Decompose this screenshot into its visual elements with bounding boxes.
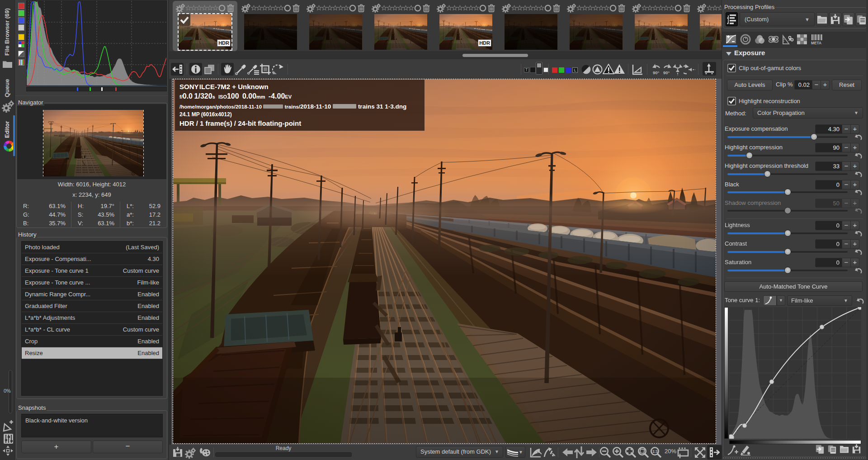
svg-text:90°: 90°	[663, 70, 670, 75]
svg-text:90°: 90°	[653, 70, 660, 75]
svg-text:1:1: 1:1	[652, 449, 658, 454]
svg-text:META: META	[811, 41, 821, 45]
